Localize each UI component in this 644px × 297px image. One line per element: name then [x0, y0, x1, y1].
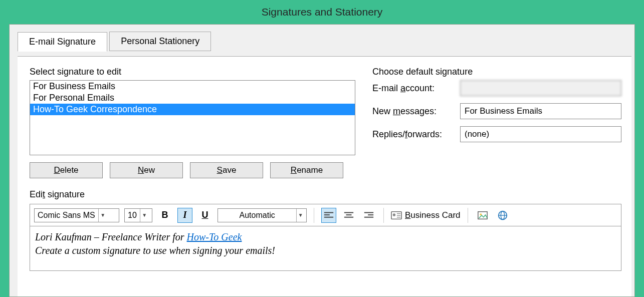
- chevron-down-icon: ▼: [98, 209, 107, 222]
- rename-button[interactable]: Rename: [270, 162, 343, 178]
- default-signature-group: Choose default signature E-mail account:…: [372, 67, 621, 178]
- insert-picture-button[interactable]: [475, 208, 490, 223]
- editor-toolbar: Comic Sans MS ▼ 10 ▼ B I U Automatic ▼: [30, 204, 621, 226]
- new-messages-combo[interactable]: For Business Emails: [460, 103, 621, 119]
- separator: [383, 208, 384, 223]
- separator: [314, 208, 314, 223]
- window: Signatures and Stationery E-mail Signatu…: [0, 0, 644, 297]
- tab-panel: Select signature to edit For Business Em…: [18, 56, 631, 296]
- replies-forwards-row: Replies/forwards: (none): [372, 126, 621, 142]
- new-button[interactable]: New: [110, 162, 183, 178]
- replies-forwards-label: Replies/forwards:: [372, 129, 460, 140]
- email-account-row: E-mail account:: [372, 80, 621, 96]
- select-signature-group: Select signature to edit For Business Em…: [30, 67, 355, 178]
- signature-button-row: Delete New Save Rename: [30, 162, 355, 178]
- list-item[interactable]: For Personal Emails: [30, 92, 355, 104]
- email-account-label: E-mail account:: [372, 83, 460, 94]
- font-color-combo[interactable]: Automatic ▼: [218, 208, 307, 222]
- business-card-icon: [391, 211, 402, 220]
- svg-point-10: [393, 213, 396, 216]
- chevron-down-icon: ▼: [296, 209, 304, 222]
- signature-editor[interactable]: Lori Kaufman – Freelance Writer for How-…: [30, 226, 621, 271]
- tabstrip: E-mail Signature Personal Stationery: [10, 25, 634, 50]
- list-item[interactable]: For Business Emails: [30, 81, 355, 92]
- bold-button[interactable]: B: [157, 208, 172, 223]
- italic-button[interactable]: I: [177, 208, 192, 223]
- chevron-down-icon: ▼: [140, 209, 149, 222]
- list-item[interactable]: How-To Geek Correspondence: [30, 104, 355, 115]
- replies-forwards-combo[interactable]: (none): [460, 126, 621, 142]
- new-messages-row: New messages: For Business Emails: [372, 103, 621, 119]
- hyperlink-icon: [497, 210, 508, 221]
- align-center-button[interactable]: [341, 208, 356, 223]
- tab-email-signature[interactable]: E-mail Signature: [18, 32, 107, 52]
- font-name-combo[interactable]: Comic Sans MS ▼: [34, 208, 119, 222]
- tab-personal-stationery[interactable]: Personal Stationery: [109, 32, 211, 51]
- email-account-combo[interactable]: [460, 80, 621, 96]
- separator: [468, 208, 468, 223]
- howto-geek-link[interactable]: How-To Geek: [187, 231, 242, 242]
- svg-point-15: [480, 213, 482, 215]
- new-messages-label: New messages:: [372, 106, 460, 117]
- editor-line: Lori Kaufman – Freelance Writer for How-…: [35, 231, 616, 243]
- underline-button[interactable]: U: [197, 208, 212, 223]
- picture-icon: [477, 210, 488, 221]
- dialog-body: E-mail Signature Personal Stationery Sel…: [9, 24, 635, 297]
- delete-button[interactable]: Delete: [30, 162, 103, 178]
- edit-signature-label: Edit signature: [30, 189, 621, 200]
- business-card-button[interactable]: Business Card: [391, 210, 461, 220]
- font-size-combo[interactable]: 10 ▼: [124, 208, 152, 222]
- edit-signature-group: Edit signature Comic Sans MS ▼ 10 ▼ B I …: [30, 189, 621, 271]
- editor-line: Create a custom signature to use when si…: [35, 245, 616, 256]
- align-right-button[interactable]: [361, 208, 376, 223]
- select-signature-label: Select signature to edit: [30, 67, 355, 77]
- insert-hyperlink-button[interactable]: [495, 208, 510, 223]
- save-button[interactable]: Save: [190, 162, 263, 178]
- signature-listbox[interactable]: For Business Emails For Personal Emails …: [30, 80, 355, 155]
- default-signature-label: Choose default signature: [372, 67, 621, 77]
- window-title: Signatures and Stationery: [0, 0, 644, 24]
- align-left-button[interactable]: [321, 208, 336, 223]
